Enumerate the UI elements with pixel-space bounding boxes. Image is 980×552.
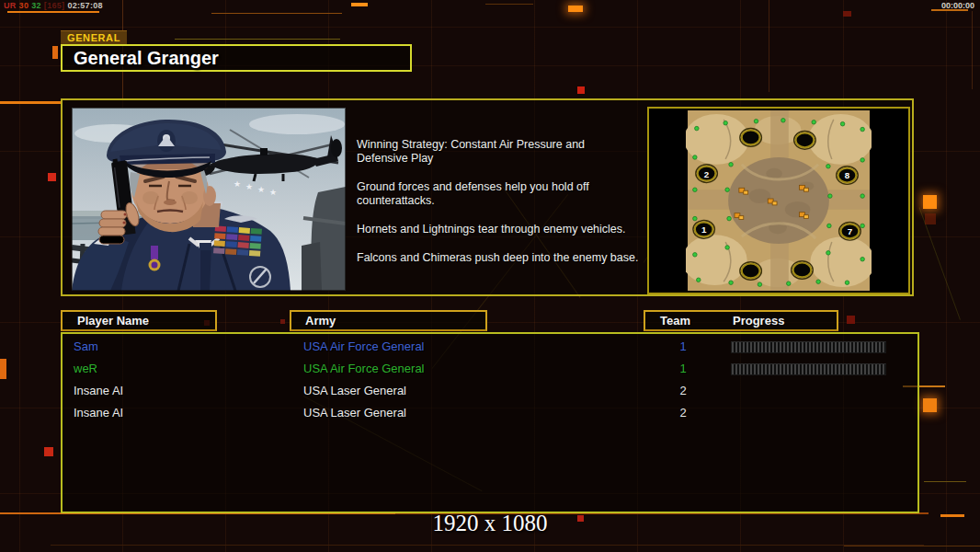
- briefing-paragraph: Falcons and Chimeras push deep into the …: [357, 251, 653, 265]
- deco-line: [924, 481, 966, 482]
- player-row: Insane AI USA Laser General 2: [63, 402, 917, 424]
- player-army: USA Laser General: [303, 402, 406, 424]
- deco-line: [769, 0, 769, 92]
- deco-line: [211, 13, 342, 14]
- player-team: 1: [673, 336, 693, 358]
- map-preview-frame: 2 8 1 7: [647, 107, 910, 294]
- deco-line: [175, 39, 340, 40]
- player-row: Insane AI USA Laser General 2: [63, 380, 917, 402]
- player-name: Insane AI: [74, 402, 123, 424]
- column-header-progress: Progress: [733, 312, 784, 329]
- deco-square: [280, 319, 285, 324]
- debug-token: 30: [19, 1, 29, 10]
- deco-line: [972, 11, 973, 89]
- player-row: Sam USA Air Force General 1: [63, 336, 917, 358]
- debug-readout: UR3032[165]02:57:08: [4, 1, 106, 10]
- deco-line: [485, 4, 533, 5]
- deco-square: [568, 6, 583, 12]
- resolution-label: 1920 x 1080: [0, 511, 980, 536]
- deco-square: [923, 398, 937, 412]
- player-name: Insane AI: [74, 380, 123, 402]
- briefing-paragraph: Winning Strategy: Constant Air Pressure …: [357, 138, 653, 166]
- deco-square: [923, 195, 937, 209]
- spawn-number: 7: [848, 226, 853, 236]
- general-portrait: ★ ★ ★ ★: [72, 108, 346, 291]
- map-preview: 2 8 1 7: [686, 110, 872, 291]
- spawn-number: 1: [701, 224, 707, 235]
- general-name-title: General Granger: [61, 44, 412, 72]
- deco-square: [843, 11, 851, 17]
- svg-text:★: ★: [257, 185, 265, 194]
- player-name: weR: [74, 358, 97, 380]
- svg-text:★: ★: [245, 182, 253, 191]
- loading-screen: UR3032[165]02:57:08 00:00:00 GENERAL Gen…: [0, 0, 980, 552]
- player-team: 2: [673, 402, 693, 424]
- spawn-number: 8: [845, 170, 850, 180]
- general-tab-label: GENERAL: [61, 30, 127, 45]
- player-team: 1: [673, 358, 693, 380]
- deco-square: [48, 173, 56, 181]
- player-army: USA Air Force General: [303, 358, 425, 380]
- player-name: Sam: [74, 336, 98, 358]
- column-header-player-name: Player Name: [61, 310, 217, 331]
- deco-square: [52, 46, 58, 59]
- general-portrait-art: ★ ★ ★ ★: [72, 108, 346, 291]
- briefing-paragraph: Hornets and Lightnings tear through enem…: [357, 223, 653, 236]
- deco-square: [351, 3, 368, 6]
- column-header-army: Army: [290, 310, 487, 331]
- player-army: USA Air Force General: [303, 336, 425, 358]
- debug-token: [165]: [44, 1, 65, 10]
- game-clock: 00:00:00: [941, 1, 974, 10]
- debug-token: UR: [4, 1, 17, 10]
- svg-text:★: ★: [269, 188, 277, 197]
- column-header-team: Team: [660, 312, 690, 329]
- deco-line: [844, 546, 980, 546]
- deco-square: [0, 359, 6, 379]
- deco-line: [51, 545, 924, 546]
- deco-square: [44, 447, 53, 456]
- deco-line: [7, 11, 99, 13]
- progress-bar: [731, 341, 886, 353]
- debug-token: 32: [31, 1, 41, 10]
- player-army: USA Laser General: [303, 380, 406, 402]
- spawn-number: 2: [704, 169, 710, 179]
- player-roster-panel: Sam USA Air Force General 1 weR USA Air …: [61, 332, 919, 513]
- player-team: 2: [673, 380, 693, 402]
- deco-square: [577, 86, 585, 94]
- deco-line: [0, 101, 63, 104]
- column-header-team-progress: Team Progress: [644, 310, 838, 331]
- deco-square: [847, 316, 855, 324]
- svg-text:★: ★: [234, 179, 241, 189]
- progress-bar: [731, 363, 886, 375]
- deco-square: [925, 213, 936, 224]
- briefing-paragraph: Ground forces and defenses help you hold…: [357, 180, 653, 208]
- player-row: weR USA Air Force General 1: [63, 358, 917, 380]
- strategy-briefing: Winning Strategy: Constant Air Pressure …: [357, 138, 653, 280]
- debug-token: 02:57:08: [67, 1, 102, 10]
